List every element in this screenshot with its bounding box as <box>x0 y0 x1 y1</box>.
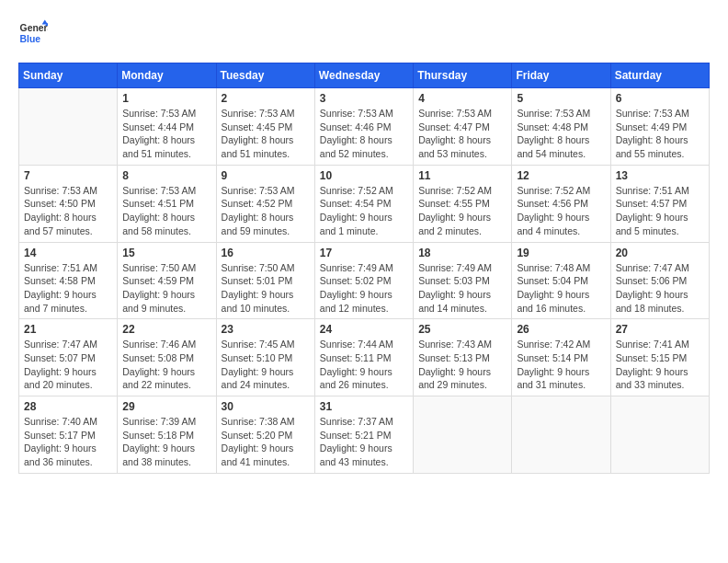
column-header-tuesday: Tuesday <box>216 63 314 88</box>
day-number: 4 <box>418 92 506 105</box>
day-number: 15 <box>122 247 210 259</box>
calendar-week-row: 7Sunrise: 7:53 AM Sunset: 4:50 PM Daylig… <box>19 165 710 242</box>
day-info: Sunrise: 7:53 AM Sunset: 4:49 PM Dayligh… <box>616 107 704 161</box>
day-number: 19 <box>517 247 605 259</box>
calendar-cell: 23Sunrise: 7:45 AM Sunset: 5:10 PM Dayli… <box>216 319 314 396</box>
day-info: Sunrise: 7:52 AM Sunset: 4:55 PM Dayligh… <box>418 184 506 238</box>
day-info: Sunrise: 7:43 AM Sunset: 5:13 PM Dayligh… <box>418 338 506 392</box>
day-info: Sunrise: 7:39 AM Sunset: 5:18 PM Dayligh… <box>122 415 210 469</box>
day-number: 3 <box>320 92 408 105</box>
calendar-cell: 24Sunrise: 7:44 AM Sunset: 5:11 PM Dayli… <box>314 319 413 396</box>
day-info: Sunrise: 7:53 AM Sunset: 4:46 PM Dayligh… <box>320 107 408 161</box>
day-info: Sunrise: 7:37 AM Sunset: 5:21 PM Dayligh… <box>320 415 408 469</box>
day-info: Sunrise: 7:53 AM Sunset: 4:48 PM Dayligh… <box>517 107 605 161</box>
calendar-cell: 20Sunrise: 7:47 AM Sunset: 5:06 PM Dayli… <box>610 242 709 319</box>
day-number: 28 <box>24 400 112 413</box>
day-info: Sunrise: 7:53 AM Sunset: 4:52 PM Dayligh… <box>222 184 310 238</box>
day-info: Sunrise: 7:48 AM Sunset: 5:04 PM Dayligh… <box>517 261 605 316</box>
day-info: Sunrise: 7:52 AM Sunset: 4:56 PM Dayligh… <box>517 184 605 238</box>
day-info: Sunrise: 7:53 AM Sunset: 4:45 PM Dayligh… <box>222 107 310 161</box>
calendar-cell: 30Sunrise: 7:38 AM Sunset: 5:20 PM Dayli… <box>216 396 314 474</box>
calendar-cell: 6Sunrise: 7:53 AM Sunset: 4:49 PM Daylig… <box>610 88 709 166</box>
day-number: 30 <box>222 400 310 413</box>
day-number: 14 <box>24 247 112 259</box>
calendar-cell: 4Sunrise: 7:53 AM Sunset: 4:47 PM Daylig… <box>414 88 512 166</box>
day-info: Sunrise: 7:49 AM Sunset: 5:03 PM Dayligh… <box>418 261 506 316</box>
day-info: Sunrise: 7:41 AM Sunset: 5:15 PM Dayligh… <box>616 338 704 392</box>
calendar-week-row: 21Sunrise: 7:47 AM Sunset: 5:07 PM Dayli… <box>19 319 710 396</box>
calendar-cell: 26Sunrise: 7:42 AM Sunset: 5:14 PM Dayli… <box>512 319 610 396</box>
calendar-cell: 16Sunrise: 7:50 AM Sunset: 5:01 PM Dayli… <box>216 242 314 319</box>
calendar-cell: 25Sunrise: 7:43 AM Sunset: 5:13 PM Dayli… <box>414 319 512 396</box>
day-number: 6 <box>616 92 704 105</box>
calendar-cell: 13Sunrise: 7:51 AM Sunset: 4:57 PM Dayli… <box>610 165 709 242</box>
svg-marker-2 <box>42 20 48 25</box>
day-info: Sunrise: 7:53 AM Sunset: 4:47 PM Dayligh… <box>418 107 506 161</box>
day-info: Sunrise: 7:52 AM Sunset: 4:54 PM Dayligh… <box>320 184 408 238</box>
column-header-wednesday: Wednesday <box>314 63 413 88</box>
calendar-cell <box>19 88 118 166</box>
day-number: 25 <box>418 323 506 336</box>
calendar-cell <box>610 396 709 474</box>
day-info: Sunrise: 7:45 AM Sunset: 5:10 PM Dayligh… <box>222 338 310 392</box>
calendar-cell: 15Sunrise: 7:50 AM Sunset: 4:59 PM Dayli… <box>118 242 216 319</box>
column-header-thursday: Thursday <box>414 63 512 88</box>
day-number: 1 <box>122 92 210 105</box>
day-number: 21 <box>24 323 112 336</box>
day-info: Sunrise: 7:53 AM Sunset: 4:44 PM Dayligh… <box>122 107 210 161</box>
day-number: 9 <box>222 169 310 182</box>
calendar-cell: 1Sunrise: 7:53 AM Sunset: 4:44 PM Daylig… <box>118 88 216 166</box>
day-info: Sunrise: 7:46 AM Sunset: 5:08 PM Dayligh… <box>122 338 210 392</box>
day-number: 13 <box>616 169 704 182</box>
calendar-cell: 29Sunrise: 7:39 AM Sunset: 5:18 PM Dayli… <box>118 396 216 474</box>
day-info: Sunrise: 7:47 AM Sunset: 5:07 PM Dayligh… <box>24 338 112 392</box>
day-number: 17 <box>320 247 408 259</box>
calendar-cell: 10Sunrise: 7:52 AM Sunset: 4:54 PM Dayli… <box>314 165 413 242</box>
svg-text:General: General <box>20 23 48 33</box>
day-number: 8 <box>122 169 210 182</box>
day-info: Sunrise: 7:38 AM Sunset: 5:20 PM Dayligh… <box>222 415 310 469</box>
day-number: 26 <box>517 323 605 336</box>
day-number: 23 <box>222 323 310 336</box>
day-info: Sunrise: 7:47 AM Sunset: 5:06 PM Dayligh… <box>616 261 704 316</box>
day-number: 29 <box>122 400 210 413</box>
calendar-cell: 2Sunrise: 7:53 AM Sunset: 4:45 PM Daylig… <box>216 88 314 166</box>
day-number: 27 <box>616 323 704 336</box>
calendar-cell: 5Sunrise: 7:53 AM Sunset: 4:48 PM Daylig… <box>512 88 610 166</box>
day-number: 11 <box>418 169 506 182</box>
day-number: 20 <box>616 247 704 259</box>
calendar-week-row: 28Sunrise: 7:40 AM Sunset: 5:17 PM Dayli… <box>19 396 710 474</box>
calendar-cell: 27Sunrise: 7:41 AM Sunset: 5:15 PM Dayli… <box>610 319 709 396</box>
calendar-cell: 11Sunrise: 7:52 AM Sunset: 4:55 PM Dayli… <box>414 165 512 242</box>
calendar-cell: 12Sunrise: 7:52 AM Sunset: 4:56 PM Dayli… <box>512 165 610 242</box>
day-number: 10 <box>320 169 408 182</box>
calendar-cell: 19Sunrise: 7:48 AM Sunset: 5:04 PM Dayli… <box>512 242 610 319</box>
calendar-cell: 28Sunrise: 7:40 AM Sunset: 5:17 PM Dayli… <box>19 396 118 474</box>
calendar-cell: 14Sunrise: 7:51 AM Sunset: 4:58 PM Dayli… <box>19 242 118 319</box>
logo: General Blue <box>18 18 48 48</box>
day-info: Sunrise: 7:40 AM Sunset: 5:17 PM Dayligh… <box>24 415 112 469</box>
calendar-cell: 22Sunrise: 7:46 AM Sunset: 5:08 PM Dayli… <box>118 319 216 396</box>
calendar-cell <box>414 396 512 474</box>
calendar-cell: 8Sunrise: 7:53 AM Sunset: 4:51 PM Daylig… <box>118 165 216 242</box>
calendar-week-row: 1Sunrise: 7:53 AM Sunset: 4:44 PM Daylig… <box>19 88 710 166</box>
calendar-cell: 7Sunrise: 7:53 AM Sunset: 4:50 PM Daylig… <box>19 165 118 242</box>
svg-text:Blue: Blue <box>20 34 41 44</box>
logo-icon: General Blue <box>18 18 48 48</box>
day-number: 12 <box>517 169 605 182</box>
day-number: 18 <box>418 247 506 259</box>
day-info: Sunrise: 7:51 AM Sunset: 4:57 PM Dayligh… <box>616 184 704 238</box>
day-number: 5 <box>517 92 605 105</box>
calendar-cell: 21Sunrise: 7:47 AM Sunset: 5:07 PM Dayli… <box>19 319 118 396</box>
calendar-cell <box>512 396 610 474</box>
day-number: 31 <box>320 400 408 413</box>
column-header-sunday: Sunday <box>19 63 118 88</box>
day-info: Sunrise: 7:42 AM Sunset: 5:14 PM Dayligh… <box>517 338 605 392</box>
calendar-cell: 31Sunrise: 7:37 AM Sunset: 5:21 PM Dayli… <box>314 396 413 474</box>
day-info: Sunrise: 7:49 AM Sunset: 5:02 PM Dayligh… <box>320 261 408 316</box>
day-info: Sunrise: 7:53 AM Sunset: 4:51 PM Dayligh… <box>122 184 210 238</box>
day-info: Sunrise: 7:53 AM Sunset: 4:50 PM Dayligh… <box>24 184 112 238</box>
day-info: Sunrise: 7:50 AM Sunset: 4:59 PM Dayligh… <box>122 261 210 316</box>
column-header-saturday: Saturday <box>610 63 709 88</box>
calendar-cell: 9Sunrise: 7:53 AM Sunset: 4:52 PM Daylig… <box>216 165 314 242</box>
